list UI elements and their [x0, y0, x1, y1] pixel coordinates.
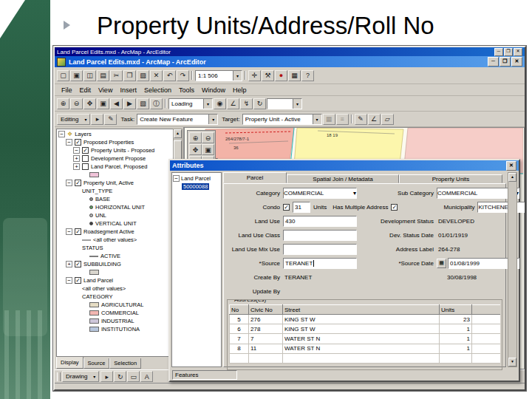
chevron-down-icon[interactable]: ▾	[233, 71, 242, 81]
refresh-icon[interactable]: ↻	[253, 98, 266, 109]
task-combo[interactable]: Create New Feature ▾	[137, 114, 218, 125]
source-input[interactable]: TERANET	[283, 258, 357, 269]
toc-item[interactable]: ACTIVE	[57, 252, 173, 260]
toc-item[interactable]: VERTICAL UNIT	[57, 219, 173, 228]
maximize-button[interactable]: ❐	[504, 48, 513, 56]
chevron-down-icon[interactable]: ▾	[203, 99, 212, 109]
sketch-pencil-icon[interactable]: ✎	[104, 114, 117, 125]
menu-view[interactable]: View	[95, 86, 116, 94]
menu-help[interactable]: Help	[229, 86, 250, 94]
address-row[interactable]: 811WATER ST N1	[230, 344, 501, 353]
layer-checkbox[interactable]: ✓	[75, 180, 81, 186]
col-no[interactable]: No	[230, 305, 249, 315]
toc-item[interactable]: −❖Layers	[57, 130, 173, 138]
toc-item[interactable]: −✓Land Parcel	[57, 276, 173, 284]
layer-checkbox[interactable]: ✓	[75, 228, 81, 235]
layer-checkbox[interactable]	[82, 155, 89, 162]
toc-item[interactable]	[57, 268, 173, 276]
collapse-icon[interactable]: −	[173, 175, 180, 182]
new-document-icon[interactable]: ▢	[57, 70, 69, 81]
chevron-down-icon[interactable]: ▾	[313, 115, 321, 124]
tree-feature-item[interactable]: 50000088	[173, 183, 220, 191]
delete-icon[interactable]: ✕	[150, 70, 163, 81]
scroll-down-icon[interactable]: ▼	[508, 358, 516, 366]
forward-extent-icon[interactable]: ▶	[123, 98, 136, 109]
pan-icon[interactable]: ✥	[189, 144, 202, 155]
maximize-button[interactable]: ❐	[499, 57, 511, 66]
toc-item[interactable]: −✓Property Unit, Active	[57, 179, 173, 187]
print-icon[interactable]: ▤	[97, 70, 109, 81]
edit-tool-arrow-icon[interactable]: ▸	[91, 114, 103, 125]
expand-icon[interactable]: +	[66, 261, 72, 267]
toc-item[interactable]: AGRICULTURAL	[57, 301, 173, 309]
multi-address-checkbox[interactable]: ✓	[391, 204, 398, 211]
open-icon[interactable]: ▣	[70, 70, 83, 81]
editor-toolbar-icon[interactable]: ⚒	[262, 70, 274, 81]
select-features-icon[interactable]: ▧	[137, 98, 149, 109]
stop-editing-icon[interactable]: ●	[275, 70, 287, 81]
chevron-down-icon[interactable]: ▾	[293, 99, 301, 109]
land-use-input[interactable]: 430	[283, 216, 357, 227]
zoom-in-icon[interactable]: ⊕	[189, 132, 202, 143]
menu-file[interactable]: File	[58, 86, 76, 94]
select-elements-icon[interactable]: ▸	[100, 371, 113, 382]
collapse-icon[interactable]: −	[73, 147, 80, 154]
close-button[interactable]: ✕	[511, 57, 522, 66]
back-extent-icon[interactable]: ◀	[110, 98, 123, 109]
menu-selection[interactable]: Selection	[140, 86, 175, 94]
find-icon[interactable]: ◉	[214, 98, 226, 109]
cut-icon[interactable]: ✂	[110, 70, 123, 81]
close-icon[interactable]: ✕	[506, 161, 516, 171]
dialog-scrollbar[interactable]: ▲ ▼	[508, 172, 517, 367]
text-icon[interactable]: A	[140, 371, 153, 382]
full-extent-icon[interactable]: ▣	[97, 98, 109, 109]
toc-item[interactable]: <all other values>	[57, 236, 173, 244]
col-street[interactable]: Street	[283, 305, 440, 315]
expand-icon[interactable]: +	[73, 155, 80, 162]
toc-item[interactable]: HORIZONTAL UNIT	[57, 203, 173, 211]
sketch-tool-icon[interactable]: ✎	[355, 114, 367, 125]
scroll-up-icon[interactable]: ▲	[174, 129, 182, 138]
tab-parcel[interactable]: Parcel	[223, 172, 287, 183]
measure-icon[interactable]: ∠	[227, 98, 239, 109]
tree-root-item[interactable]: − Land Parcel	[173, 174, 220, 183]
toc-item[interactable]: COMMERCIAL	[57, 309, 173, 317]
collapse-icon[interactable]: −	[58, 131, 65, 137]
toc-item[interactable]: −✓Property Units - Proposed	[57, 146, 173, 154]
chevron-down-icon[interactable]: ▾	[208, 115, 217, 124]
date-picker-icon[interactable]: ▦	[437, 259, 446, 268]
scale-combo[interactable]: 1:1 506 ▾	[195, 70, 242, 81]
layer-checkbox[interactable]: ✓	[75, 139, 81, 146]
angle-icon[interactable]: ∠	[368, 114, 381, 125]
scroll-up-icon[interactable]: ▲	[508, 173, 516, 182]
toc-item[interactable]: UNIT_TYPE	[57, 187, 173, 195]
loading-combo[interactable]: Loading ▾	[168, 98, 213, 109]
close-button[interactable]: ✕	[514, 48, 522, 56]
toc-item[interactable]: INDUSTRIAL	[57, 317, 173, 325]
land-use-mix-input[interactable]	[283, 244, 357, 255]
col-civic-no[interactable]: Civic No	[249, 305, 283, 315]
toc-item[interactable]: BASE	[57, 195, 173, 203]
menu-edit[interactable]: Edit	[76, 86, 95, 94]
toc-item[interactable]: +✓SUBBUILDING	[57, 260, 173, 268]
save-icon[interactable]: ◫	[83, 70, 96, 81]
copy-icon[interactable]: ❐	[123, 70, 136, 81]
municipality-combo[interactable]: KITCHENER ▾	[477, 202, 526, 213]
toc-item[interactable]: CATEGORY	[57, 293, 173, 301]
identify-icon[interactable]: ⓘ	[150, 98, 163, 109]
attribute-table-icon[interactable]: ▦	[288, 70, 301, 81]
expand-icon[interactable]: +	[73, 163, 80, 170]
target-combo[interactable]: Property Unit - Active ▾	[242, 114, 322, 125]
toc-item[interactable]: +Development Propose	[57, 154, 173, 163]
attributes-dialog-title-bar[interactable]: Attributes ✕	[170, 160, 519, 171]
rotate-icon[interactable]: ↻	[114, 371, 126, 382]
collapse-icon[interactable]: −	[66, 228, 72, 235]
collapse-icon[interactable]: −	[66, 277, 72, 284]
minimize-button[interactable]: ─	[488, 57, 499, 66]
tab-spatial-join-metadata[interactable]: Spatial Join / Metadata	[287, 174, 399, 183]
toc-item[interactable]: −✓Proposed Properties	[57, 138, 173, 146]
snapping-icon[interactable]: ▱	[381, 114, 394, 125]
menu-insert[interactable]: Insert	[116, 86, 140, 94]
outer-title-bar[interactable]: Land Parcel Edits.mxd - ArcMap - ArcEdit…	[55, 47, 525, 56]
address-row[interactable]: 77WATER ST N1	[230, 334, 501, 344]
